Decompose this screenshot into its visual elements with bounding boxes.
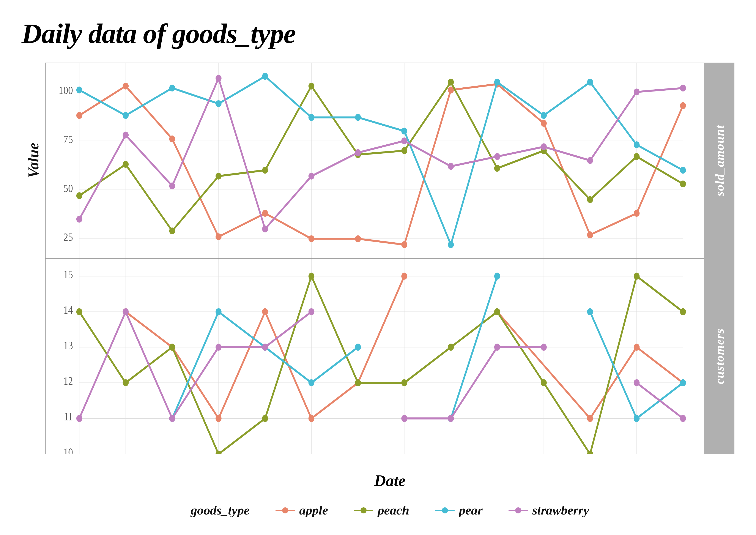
svg-point-51 xyxy=(76,87,82,94)
svg-point-34 xyxy=(587,231,593,238)
svg-point-59 xyxy=(448,241,454,248)
svg-text:13: 13 xyxy=(64,339,73,352)
svg-point-46 xyxy=(494,165,500,172)
charts-container: Value xyxy=(22,63,734,454)
svg-point-73 xyxy=(448,163,454,170)
svg-point-71 xyxy=(355,149,361,156)
svg-point-41 xyxy=(262,167,268,174)
chart-svg-bottom: 10 11 12 13 14 15 xyxy=(45,258,704,454)
svg-point-40 xyxy=(216,173,222,180)
svg-point-30 xyxy=(401,241,407,248)
svg-point-23 xyxy=(76,112,82,119)
svg-point-157 xyxy=(123,308,129,315)
svg-point-136 xyxy=(262,415,268,422)
svg-point-162 xyxy=(401,415,407,422)
page-title: Daily data of goods_type xyxy=(22,17,734,50)
svg-point-167 xyxy=(680,415,686,422)
svg-point-35 xyxy=(634,210,640,217)
svg-text:11: 11 xyxy=(64,410,73,423)
svg-point-45 xyxy=(448,79,454,86)
svg-point-153 xyxy=(587,308,593,315)
svg-point-58 xyxy=(401,128,407,135)
svg-point-142 xyxy=(541,379,547,386)
legend-item-pear: pear xyxy=(435,503,483,518)
pear-legend-label: pear xyxy=(459,503,483,518)
svg-point-130 xyxy=(634,344,640,351)
svg-point-132 xyxy=(76,308,82,315)
svg-point-123 xyxy=(216,415,222,422)
legend-area: goods_type apple peach pear s xyxy=(45,494,734,522)
svg-point-62 xyxy=(587,79,593,86)
svg-point-38 xyxy=(123,161,129,168)
svg-point-141 xyxy=(494,308,500,315)
svg-point-78 xyxy=(680,85,686,92)
svg-point-52 xyxy=(123,112,129,119)
strawberry-legend-line xyxy=(508,510,528,511)
svg-point-55 xyxy=(262,73,268,80)
svg-point-150 xyxy=(355,344,361,351)
svg-point-164 xyxy=(494,344,500,351)
pear-legend-dot xyxy=(442,507,448,513)
svg-point-60 xyxy=(494,79,500,86)
pear-legend-line xyxy=(435,510,455,511)
peach-legend-dot xyxy=(361,507,366,513)
svg-point-68 xyxy=(216,75,222,82)
svg-point-24 xyxy=(123,83,129,90)
svg-point-137 xyxy=(309,272,314,280)
svg-point-28 xyxy=(309,235,314,242)
strawberry-legend-dot xyxy=(515,507,521,513)
svg-point-147 xyxy=(216,308,222,315)
svg-text:14: 14 xyxy=(64,304,73,316)
svg-point-160 xyxy=(262,344,268,351)
chart-sold-amount: Value xyxy=(22,63,734,258)
svg-point-77 xyxy=(634,89,640,96)
strawberry-legend-label: strawberry xyxy=(532,503,589,518)
svg-point-27 xyxy=(262,210,268,217)
legend-title: goods_type xyxy=(191,503,250,518)
chart-area-top: 25 50 75 100 xyxy=(45,63,734,258)
svg-point-149 xyxy=(309,379,314,386)
svg-point-155 xyxy=(680,379,686,386)
svg-point-33 xyxy=(541,120,547,127)
svg-point-144 xyxy=(634,272,640,280)
chart-svg-top: 25 50 75 100 xyxy=(45,63,704,258)
svg-point-124 xyxy=(262,308,268,315)
svg-point-166 xyxy=(634,379,640,386)
apple-legend-line xyxy=(276,510,295,511)
svg-point-125 xyxy=(309,415,314,422)
svg-text:75: 75 xyxy=(64,133,73,145)
y-axis-label: Value xyxy=(22,63,45,258)
svg-point-48 xyxy=(587,196,593,203)
svg-container-top: 25 50 75 100 xyxy=(45,63,704,258)
svg-point-49 xyxy=(634,153,640,160)
svg-point-138 xyxy=(355,379,361,386)
svg-point-64 xyxy=(680,167,686,174)
svg-point-75 xyxy=(541,143,547,150)
svg-point-127 xyxy=(401,272,407,280)
svg-point-158 xyxy=(169,415,175,422)
svg-point-145 xyxy=(680,308,686,315)
svg-point-159 xyxy=(216,344,222,351)
svg-point-156 xyxy=(76,415,82,422)
svg-point-56 xyxy=(309,114,314,121)
svg-text:10: 10 xyxy=(64,446,73,454)
svg-point-50 xyxy=(680,181,686,187)
svg-point-39 xyxy=(169,227,175,234)
svg-point-36 xyxy=(680,102,686,109)
svg-point-26 xyxy=(216,233,222,240)
page: Daily data of goods_type Value xyxy=(0,0,756,535)
svg-point-165 xyxy=(541,344,547,351)
chart-area-bottom: 10 11 12 13 14 15 xyxy=(45,258,734,454)
svg-point-139 xyxy=(401,379,407,386)
legend-item-apple: apple xyxy=(276,503,328,518)
svg-point-76 xyxy=(587,157,593,164)
svg-text:15: 15 xyxy=(64,268,73,280)
svg-point-133 xyxy=(123,379,129,386)
svg-point-44 xyxy=(401,147,407,154)
svg-point-70 xyxy=(309,173,314,180)
svg-point-63 xyxy=(634,141,640,148)
svg-point-25 xyxy=(169,135,175,142)
svg-point-129 xyxy=(587,415,593,422)
svg-point-53 xyxy=(169,85,175,92)
svg-point-163 xyxy=(448,415,454,422)
